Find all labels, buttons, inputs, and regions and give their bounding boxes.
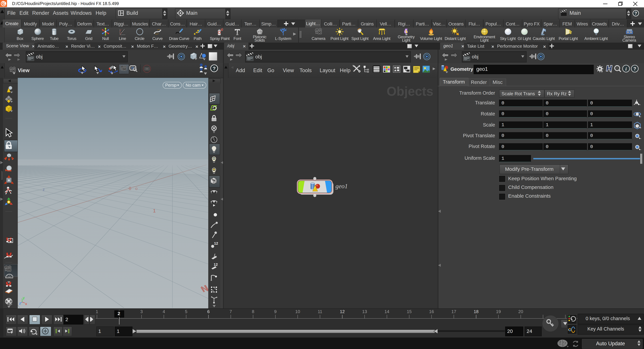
svg-text:6: 6 bbox=[207, 309, 210, 314]
svg-text:11: 11 bbox=[318, 309, 322, 314]
svg-text:18: 18 bbox=[474, 309, 479, 314]
svg-text:1: 1 bbox=[96, 309, 98, 314]
svg-text:3: 3 bbox=[140, 309, 143, 314]
svg-text:z: z bbox=[19, 301, 21, 305]
svg-text:19: 19 bbox=[496, 309, 501, 314]
svg-text:20: 20 bbox=[518, 309, 523, 314]
svg-text:?: ? bbox=[213, 66, 216, 71]
svg-text:0: 0 bbox=[129, 186, 131, 191]
svg-text:5: 5 bbox=[185, 309, 187, 314]
svg-text:y: y bbox=[23, 296, 25, 300]
svg-text:i: i bbox=[626, 66, 627, 72]
svg-text:?: ? bbox=[634, 11, 637, 16]
svg-text:16: 16 bbox=[429, 309, 434, 314]
svg-text:13: 13 bbox=[362, 309, 367, 314]
svg-text:?: ? bbox=[633, 66, 636, 71]
svg-text:14: 14 bbox=[384, 309, 390, 314]
svg-text:9: 9 bbox=[274, 309, 276, 314]
svg-text:7: 7 bbox=[230, 309, 232, 314]
svg-text:17: 17 bbox=[452, 309, 456, 314]
svg-text:1: 1 bbox=[153, 208, 156, 213]
svg-text:12: 12 bbox=[214, 262, 218, 266]
svg-text:12: 12 bbox=[214, 241, 218, 245]
svg-text:15: 15 bbox=[407, 309, 412, 314]
svg-text:10: 10 bbox=[295, 309, 300, 314]
svg-text:4: 4 bbox=[163, 309, 165, 314]
svg-text:12: 12 bbox=[340, 309, 345, 314]
svg-text:x: x bbox=[25, 302, 27, 305]
svg-text:8: 8 bbox=[252, 309, 254, 314]
svg-text:z: z bbox=[42, 187, 44, 192]
svg-text:o: o bbox=[135, 186, 137, 191]
